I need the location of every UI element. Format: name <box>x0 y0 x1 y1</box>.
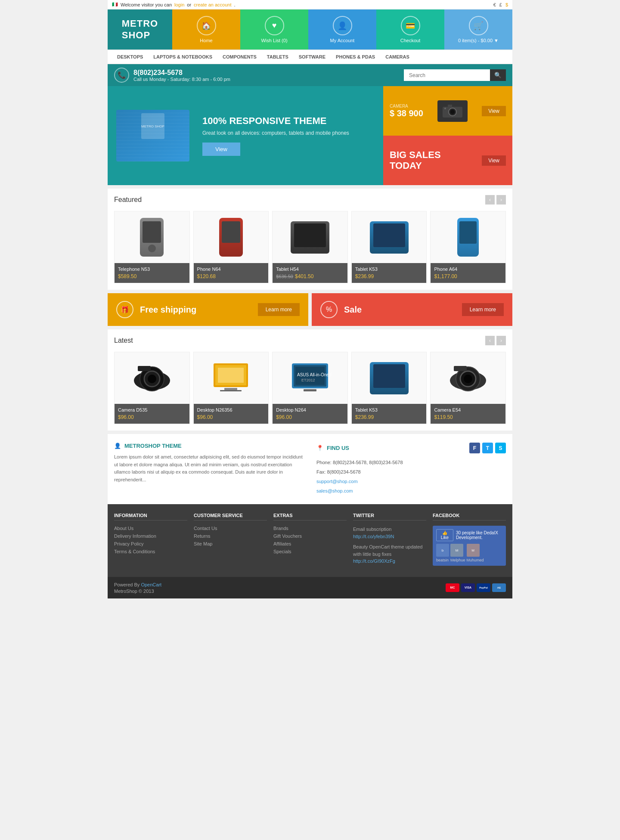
product-info-a64: Phone A64 $1,177.00 <box>431 263 505 283</box>
footer-findus-title: FIND US <box>327 445 349 451</box>
featured-nav-arrows: ‹ › <box>485 195 506 205</box>
footer-email1[interactable]: support@shop.com <box>316 477 506 486</box>
product-desktop-n264[interactable]: ASUS All-in-One PC ET2012 Desktop N264 $… <box>272 352 348 424</box>
mastercard-icon: MC <box>446 583 459 592</box>
product-price-d535: $96.00 <box>118 414 186 420</box>
search-button[interactable]: 🔍 <box>490 69 506 81</box>
svg-text:ET2012: ET2012 <box>301 378 315 382</box>
amex-icon: AE <box>492 583 506 592</box>
nav-phones[interactable]: Phones & PDAs <box>331 50 380 64</box>
nav-account[interactable]: 👤 My Account <box>308 9 376 50</box>
social-icons: f t s <box>469 443 506 453</box>
nav-cameras[interactable]: Cameras <box>380 50 415 64</box>
free-shipping-label: Free shipping <box>140 305 251 315</box>
latest-products-grid: Camera D535 $96.00 Desktop N26356 <box>114 352 506 424</box>
nav-software[interactable]: Software <box>294 50 331 64</box>
product-phone-n64[interactable]: Phone N64 $120.68 <box>193 211 269 283</box>
footer-email2[interactable]: sales@shop.com <box>316 486 506 496</box>
footer-about-us[interactable]: About Us <box>114 526 187 531</box>
product-price-n26356: $96.00 <box>197 414 265 420</box>
footer-privacy[interactable]: Privacy Policy <box>114 541 187 546</box>
footer-brands[interactable]: Brands <box>273 526 347 531</box>
nav-home[interactable]: 🏠 Home <box>172 9 240 50</box>
currency-eur[interactable]: € <box>493 2 496 7</box>
svg-point-8 <box>148 375 156 383</box>
paypal-icon: PayPal <box>477 583 490 592</box>
product-tablet-k53-latest[interactable]: Tablet K53 $236.99 <box>351 352 427 424</box>
hero-view-button[interactable]: View <box>202 143 240 156</box>
nav-tablets[interactable]: Tablets <box>262 50 294 64</box>
product-info-k53: Tablet K53 $236.99 <box>352 263 427 283</box>
product-phone-a64[interactable]: Phone A64 $1,177.00 <box>430 211 506 283</box>
footer-returns[interactable]: Returns <box>194 533 267 539</box>
opencart-link[interactable]: OpenCart <box>141 582 161 587</box>
product-camera-e54[interactable]: Camera E54 $119.50 <box>430 352 506 424</box>
latest-prev-arrow[interactable]: ‹ <box>485 336 495 345</box>
latest-next-arrow[interactable]: › <box>496 336 506 345</box>
nav-components[interactable]: Components <box>217 50 262 64</box>
product-telephone-n53[interactable]: Telephone N53 $589.50 <box>114 211 190 283</box>
fb-like-button[interactable]: 👍 Like <box>436 529 453 541</box>
sale-learn-more-btn[interactable]: Learn more <box>462 303 504 316</box>
product-tablet-k53[interactable]: Tablet K53 $236.99 <box>351 211 427 283</box>
product-name-k53: Tablet K53 <box>355 267 423 272</box>
sale-label: Sale <box>344 305 456 315</box>
nav-wishlist[interactable]: ♥ Wish List (0) <box>240 9 308 50</box>
hero-right: CAMERA $ 38 900 View BIG SALES TODAY Vie… <box>383 86 512 185</box>
footer-gift-vouchers[interactable]: Gift Vouchers <box>273 533 347 539</box>
footer-facebook-title: FACEBOOK <box>433 513 506 521</box>
sale-line2: TODAY <box>390 161 441 171</box>
footer-about-title: METROSHOP THEME <box>124 443 182 449</box>
footer-affiliates[interactable]: Affiliates <box>273 541 347 546</box>
nav-checkout[interactable]: 💳 Checkout <box>376 9 444 50</box>
footer-terms[interactable]: Terms & Conditions <box>114 549 187 554</box>
gift-icon: 🎁 <box>116 301 133 318</box>
sale-view-button[interactable]: View <box>482 155 506 166</box>
twitter-tweet-2: Beauty OpenCart theme updated with littl… <box>353 543 426 565</box>
camera-product-icon <box>437 100 468 122</box>
device-mockup: METRO SHOP <box>116 110 189 161</box>
footer-sitemap[interactable]: Site Map <box>194 541 267 546</box>
product-name-e54: Camera E54 <box>434 407 502 412</box>
twitter-link-1[interactable]: http://t.co/yfebn39N <box>353 533 426 540</box>
product-name-d535: Camera D535 <box>118 407 186 412</box>
camera-view-button[interactable]: View <box>482 106 506 116</box>
fb-like-count: 30 people like DedaIX Development. <box>456 530 502 540</box>
featured-prev-arrow[interactable]: ‹ <box>485 195 495 205</box>
create-account-link[interactable]: create an account <box>194 2 231 7</box>
footer-service-title: CUSTOMER SERVICE <box>194 513 267 521</box>
footer-specials[interactable]: Specials <box>273 549 347 554</box>
product-tablet-h54[interactable]: Tablet H54 $636.50$401.50 <box>272 211 348 283</box>
footer-twitter-title: TWITTER <box>353 513 426 521</box>
product-camera-d535[interactable]: Camera D535 $96.00 <box>114 352 190 424</box>
sale-banner: % Sale Learn more <box>312 293 512 326</box>
nav-laptops[interactable]: Laptops & Notebooks <box>148 50 217 64</box>
facebook-social-icon[interactable]: f <box>469 443 480 453</box>
footer-delivery[interactable]: Delivery Information <box>114 533 187 539</box>
or-text: or <box>187 2 191 7</box>
twitter-social-icon[interactable]: t <box>482 443 493 453</box>
footer-information: INFORMATION About Us Delivery Informatio… <box>114 513 187 568</box>
nav-cart[interactable]: 🛒 0 item(s) - $0.00 ▼ <box>444 9 512 50</box>
footer-contact-us[interactable]: Contact Us <box>194 526 267 531</box>
product-image-n264: ASUS All-in-One PC ET2012 <box>273 352 347 404</box>
featured-next-arrow[interactable]: › <box>496 195 506 205</box>
product-desktop-n26356[interactable]: Desktop N26356 $96.00 <box>193 352 269 424</box>
currency-gbp[interactable]: £ <box>499 2 502 7</box>
footer-fax: Fax: 8(800)234-5678 <box>316 467 506 477</box>
twitter-link-2[interactable]: http://t.co/GI90XzFg <box>353 558 426 565</box>
free-shipping-btn[interactable]: Learn more <box>258 303 300 316</box>
footer-extras: EXTRAS Brands Gift Vouchers Affiliates S… <box>273 513 347 568</box>
logo[interactable]: METRO SHOP <box>108 9 172 50</box>
hero-text: 100% RESPONSIVE THEME Great look on all … <box>202 115 349 156</box>
skype-social-icon[interactable]: s <box>495 443 506 453</box>
login-link[interactable]: login <box>174 2 184 7</box>
currency-usd[interactable]: $ <box>505 2 508 7</box>
search-input[interactable] <box>404 69 490 81</box>
currency-selector: € £ $ <box>493 2 508 7</box>
visa-icon: VISA <box>461 583 475 592</box>
promo-banners: 🎁 Free shipping Learn more % Sale Learn … <box>108 293 512 326</box>
nav-desktops[interactable]: Desktops <box>112 50 148 64</box>
product-price-a64: $1,177.00 <box>434 273 502 279</box>
search-box: 🔍 <box>404 69 506 81</box>
